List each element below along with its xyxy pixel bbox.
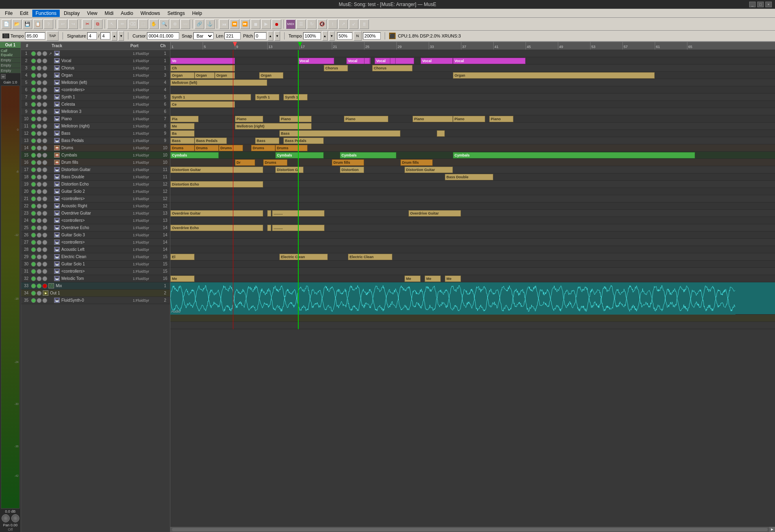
refresh-button[interactable]: ↻: [307, 19, 316, 29]
arrange-row-35[interactable]: [170, 322, 775, 329]
automation-tool[interactable]: 〰: [180, 19, 190, 29]
mute-btn-12[interactable]: [31, 131, 36, 136]
part-block-4-4[interactable]: Organ: [453, 72, 655, 79]
panic-button[interactable]: !: [328, 19, 337, 29]
part-block-13-2[interactable]: Bass: [255, 138, 279, 144]
part-block-23-3[interactable]: Overdrive Guitar: [408, 210, 461, 217]
rec-btn-6[interactable]: [42, 88, 47, 92]
vol-input[interactable]: [337, 32, 352, 40]
track-row-26[interactable]: 26🎹Guitar Solo 31:FluidSyr14: [21, 232, 170, 239]
vol-knob[interactable]: [11, 514, 19, 522]
solo-btn-34[interactable]: [37, 291, 42, 296]
mute-btn-2[interactable]: [31, 58, 36, 63]
pitch-input[interactable]: [254, 32, 266, 40]
track-row-2[interactable]: 2🎹Vocal1:FluidSyr1: [21, 57, 170, 65]
solo-btn-30[interactable]: [37, 262, 42, 267]
part-block-4-0[interactable]: Organ: [170, 72, 195, 79]
rec-btn-4[interactable]: [42, 73, 47, 78]
track-row-23[interactable]: 23🎹Overdrive Guitar1:FluidSyr13: [21, 210, 170, 217]
track-row-33[interactable]: 33🎵Mix1: [21, 282, 170, 290]
mute-btn-9[interactable]: [31, 109, 36, 114]
menu-functions[interactable]: Functions: [32, 10, 60, 17]
part-block-32-2[interactable]: Me: [425, 275, 441, 282]
solo-btn-18[interactable]: [37, 175, 42, 179]
mute-btn-7[interactable]: [31, 95, 36, 100]
rec-btn-22[interactable]: [42, 204, 47, 209]
arrange-row-8[interactable]: Ce: [170, 101, 775, 108]
solo-btn-3[interactable]: [37, 66, 42, 71]
arrange-row-33[interactable]: Audio: [170, 282, 775, 315]
track-row-19[interactable]: 19🎹Distortion Echo1:FluidSyr12: [21, 181, 170, 188]
rec-btn-5[interactable]: [42, 80, 47, 85]
track-row-15[interactable]: 15🥁Cymbals1:FluidSyr10: [21, 152, 170, 159]
part-block-19-0[interactable]: Distortion Echo: [170, 181, 263, 188]
solo-btn-1[interactable]: [37, 51, 42, 56]
track-row-22[interactable]: 22🎹Acoustic Right1:FluidSyr12: [21, 202, 170, 210]
part-block-14-1[interactable]: Drums: [195, 145, 219, 151]
fast-fwd-button[interactable]: ⏩: [240, 19, 250, 29]
solo-btn-35[interactable]: [37, 298, 42, 303]
arrange-row-11[interactable]: MeMellotron (right): [170, 123, 775, 130]
mixer-button[interactable]: 🎚: [359, 19, 369, 29]
stop-button[interactable]: ⏹: [251, 19, 260, 29]
track-row-8[interactable]: 8🎹Celesta1:FluidSyr6: [21, 101, 170, 108]
track-row-5[interactable]: 5🎹Mellotron (left)1:FluidSyr4: [21, 79, 170, 86]
arrange-row-18[interactable]: Bass Double: [170, 173, 775, 181]
solo-btn-13[interactable]: [37, 138, 42, 143]
solo-btn-9[interactable]: [37, 109, 42, 114]
solo-btn-32[interactable]: [37, 276, 42, 281]
part-block-25-0[interactable]: Overdrive Echo: [170, 225, 263, 231]
track-row-35[interactable]: 35🎹FluidSynth-01:FluidSyr2: [21, 297, 170, 304]
arrange-row-19[interactable]: Distortion Echo: [170, 181, 775, 188]
part-block-15-1[interactable]: Cymbals: [275, 152, 324, 159]
track-row-4[interactable]: 4🎹Organ1:FluidSyr3: [21, 72, 170, 79]
menu-edit[interactable]: Edit: [17, 10, 31, 17]
part-block-16-2[interactable]: Drum fills: [332, 159, 364, 166]
track-row-32[interactable]: 32🎹Melodic Tom1:FluidSyr16: [21, 275, 170, 282]
rec-btn-13[interactable]: [42, 138, 47, 143]
maximize-button[interactable]: □: [757, 2, 764, 7]
part-block-10-4[interactable]: Piano: [413, 116, 453, 122]
tempo-input[interactable]: [25, 32, 45, 40]
part-block-17-2[interactable]: Distortion: [340, 167, 364, 173]
part-block-17-3[interactable]: Distortion Guitar: [404, 167, 453, 173]
part-block-3-2[interactable]: Chorus: [372, 65, 413, 71]
arrange-row-7[interactable]: Synth 1Synth 1Synth 1: [170, 94, 775, 101]
mute-btn-14[interactable]: [31, 146, 36, 150]
solo-btn-15[interactable]: [37, 153, 42, 158]
solo-btn-14[interactable]: [37, 146, 42, 150]
part-block-8-0[interactable]: Ce: [170, 101, 235, 108]
part-block-2-3[interactable]: [364, 58, 370, 64]
part-block-3-1[interactable]: Chorus: [324, 65, 348, 71]
mute-btn-33[interactable]: [31, 284, 36, 288]
mute-btn-32[interactable]: [31, 276, 36, 281]
copy-button[interactable]: ⧉: [93, 19, 103, 29]
part-block-15-0[interactable]: Cymbals: [170, 152, 219, 159]
mute-btn-5[interactable]: [31, 80, 36, 85]
rec-btn-14[interactable]: [42, 146, 47, 150]
part-block-13-1[interactable]: Bass Pedals: [195, 138, 227, 144]
mute-btn-20[interactable]: [31, 189, 36, 194]
part-block-2-5[interactable]: [390, 58, 396, 64]
part-block-23-0[interactable]: Overdrive Guitar: [170, 210, 263, 217]
hand-tool[interactable]: ✋: [149, 19, 159, 29]
midi-button[interactable]: MIDI: [286, 19, 295, 29]
out-1-label[interactable]: Out 1: [0, 42, 21, 48]
solo-btn-2[interactable]: [37, 58, 42, 63]
part-block-2-0[interactable]: Vo: [170, 58, 235, 64]
part-block-15-2[interactable]: Cymbals: [340, 152, 396, 159]
solo-btn-31[interactable]: [37, 269, 42, 274]
menu-audio[interactable]: Audio: [117, 10, 136, 17]
snap-select[interactable]: Bar: [193, 32, 214, 40]
menu-windows[interactable]: Windows: [137, 10, 163, 17]
rec-btn-21[interactable]: [42, 196, 47, 201]
arrange-row-16[interactable]: DrDrumsDrum fillsDrum fills: [170, 159, 775, 166]
rec-btn-12[interactable]: [42, 131, 47, 136]
part-block-10-6[interactable]: Piano: [489, 116, 513, 122]
track-row-11[interactable]: 11🎹Mellotron (right)1:FluidSyr8: [21, 123, 170, 130]
mute-btn-8[interactable]: [31, 102, 36, 107]
solo-btn-17[interactable]: [37, 167, 42, 172]
export-button[interactable]: ↗: [338, 19, 348, 29]
part-block-17-1[interactable]: Distortion G: [275, 167, 304, 173]
rec-btn-7[interactable]: [42, 95, 47, 100]
